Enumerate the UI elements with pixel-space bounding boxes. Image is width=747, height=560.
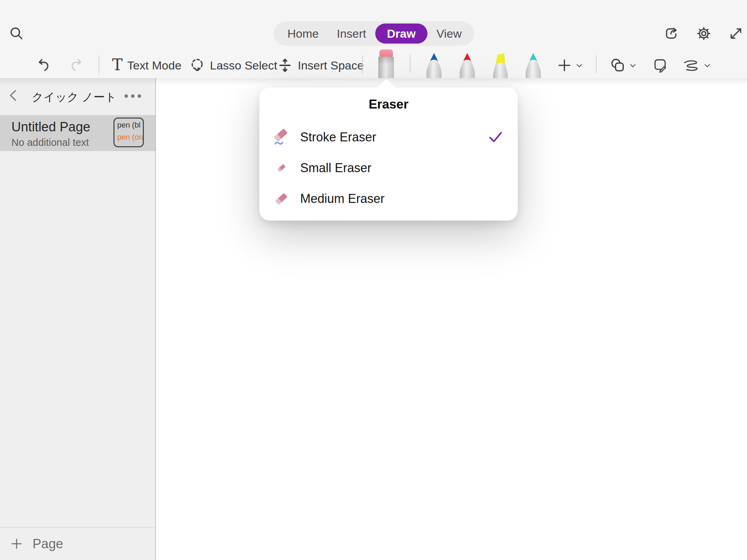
tab-view[interactable]: View bbox=[427, 24, 471, 44]
note-pencil-icon bbox=[653, 57, 668, 73]
tab-draw[interactable]: Draw bbox=[375, 24, 427, 44]
search-icon bbox=[9, 26, 24, 41]
eraser-option-label: Small Eraser bbox=[300, 161, 371, 175]
lasso-select-label: Lasso Select bbox=[210, 59, 277, 72]
lasso-icon bbox=[189, 57, 205, 74]
thumbnail-ink-line: pen (bl bbox=[117, 121, 143, 130]
undo-icon bbox=[36, 57, 52, 73]
eraser-tool-body bbox=[378, 57, 394, 78]
add-page-label: Page bbox=[33, 536, 63, 551]
eraser-tool-cap bbox=[379, 49, 393, 57]
expand-icon bbox=[728, 26, 744, 41]
eraser-popover: Eraser Stroke Eraser Small Eras bbox=[259, 87, 518, 221]
search-button[interactable] bbox=[9, 26, 24, 41]
tab-home[interactable]: Home bbox=[278, 24, 328, 44]
eraser-option-stroke[interactable]: Stroke Eraser bbox=[272, 126, 505, 148]
ink-annotate-button[interactable] bbox=[653, 57, 668, 73]
notebook-title: クイック ノート bbox=[24, 90, 124, 105]
text-mode-button[interactable]: T Text Mode bbox=[112, 53, 182, 78]
ellipsis-icon bbox=[123, 91, 143, 101]
settings-gear-icon bbox=[696, 26, 711, 41]
shapes-icon bbox=[610, 57, 626, 73]
ink-replay-chevron[interactable] bbox=[703, 62, 711, 70]
toolbar-divider bbox=[99, 55, 99, 73]
redo-button[interactable] bbox=[68, 57, 84, 73]
eraser-option-label: Stroke Eraser bbox=[300, 130, 376, 144]
plus-icon bbox=[10, 537, 24, 551]
chevron-down-icon bbox=[629, 62, 637, 70]
page-thumbnail: pen (bl pen (ora bbox=[113, 118, 144, 147]
ink-squiggle-icon bbox=[683, 59, 699, 72]
sidebar-header: クイック ノート bbox=[0, 78, 155, 114]
insert-space-button[interactable]: Insert Space bbox=[277, 53, 364, 78]
insert-space-icon bbox=[277, 57, 293, 74]
add-page-button[interactable]: Page bbox=[0, 527, 155, 560]
checkmark-icon bbox=[489, 131, 502, 143]
yellow-highlighter[interactable] bbox=[489, 52, 511, 78]
small-eraser-icon bbox=[272, 158, 291, 178]
insert-space-label: Insert Space bbox=[298, 59, 364, 72]
chevron-down-icon bbox=[575, 62, 583, 70]
page-list-item-selected[interactable]: Untitled Page No additional text pen (bl… bbox=[0, 115, 155, 151]
eraser-option-medium[interactable]: Medium Eraser bbox=[272, 188, 505, 210]
page-title: Untitled Page bbox=[11, 120, 90, 134]
share-button[interactable] bbox=[664, 26, 679, 41]
shapes-button[interactable] bbox=[610, 57, 626, 73]
toolbar-divider bbox=[410, 55, 411, 73]
thumbnail-ink-line: pen (ora bbox=[117, 133, 143, 142]
page-list-sidebar: クイック ノート Untitled Page No additional tex… bbox=[0, 78, 156, 560]
blue-pen[interactable] bbox=[423, 52, 445, 78]
back-button[interactable] bbox=[6, 88, 21, 103]
top-chrome: Home Insert Draw View bbox=[0, 0, 747, 78]
undo-button[interactable] bbox=[36, 57, 52, 73]
toolbar-divider bbox=[362, 55, 363, 73]
expand-fullscreen-button[interactable] bbox=[728, 26, 744, 41]
popover-arrow bbox=[374, 78, 399, 88]
shapes-chevron[interactable] bbox=[629, 62, 637, 70]
eraser-option-label: Medium Eraser bbox=[300, 192, 385, 206]
more-options-button[interactable] bbox=[123, 91, 143, 101]
onenote-app: Home Insert Draw View bbox=[0, 0, 747, 560]
settings-button[interactable] bbox=[696, 26, 711, 41]
toolbar-divider bbox=[596, 55, 597, 73]
add-pen-button[interactable] bbox=[556, 57, 572, 73]
ribbon-tabs: Home Insert Draw View bbox=[274, 21, 474, 46]
chevron-down-icon bbox=[703, 62, 711, 70]
red-pen[interactable] bbox=[456, 52, 478, 78]
eraser-tool[interactable] bbox=[378, 49, 394, 78]
plus-icon bbox=[556, 57, 572, 73]
tab-insert[interactable]: Insert bbox=[328, 24, 375, 44]
chevron-left-icon bbox=[6, 88, 21, 103]
popover-title: Eraser bbox=[259, 97, 518, 112]
page-subtitle: No additional text bbox=[11, 137, 89, 148]
redo-icon bbox=[68, 57, 84, 73]
stroke-eraser-icon bbox=[272, 128, 291, 147]
text-mode-label: Text Mode bbox=[127, 59, 182, 72]
add-pen-chevron[interactable] bbox=[575, 62, 583, 70]
ink-replay-button[interactable] bbox=[683, 58, 699, 73]
text-mode-icon: T bbox=[112, 57, 123, 73]
share-icon bbox=[664, 26, 679, 41]
lasso-select-button[interactable]: Lasso Select bbox=[189, 53, 277, 78]
galaxy-pen[interactable] bbox=[522, 52, 544, 78]
eraser-option-small[interactable]: Small Eraser bbox=[272, 157, 505, 179]
medium-eraser-icon bbox=[272, 189, 291, 208]
